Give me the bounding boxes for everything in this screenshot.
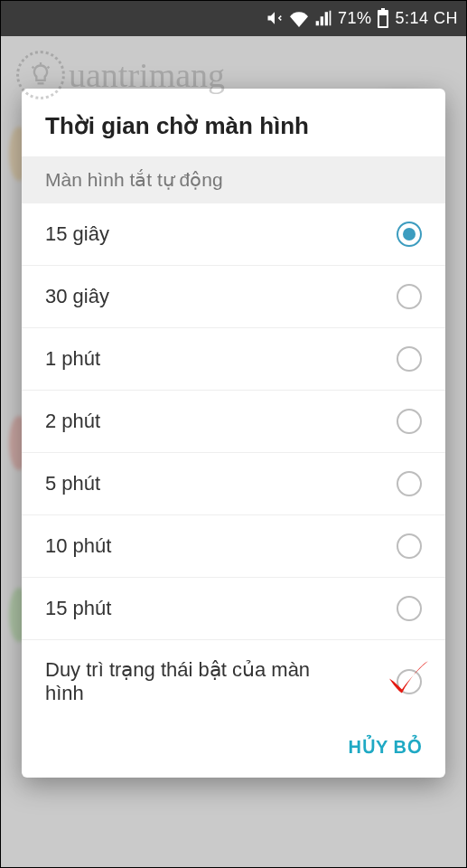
radio-icon [397, 222, 422, 247]
option-30s[interactable]: 30 giây [22, 266, 445, 328]
cancel-button[interactable]: HỦY BỎ [349, 736, 422, 758]
option-label: 5 phút [45, 472, 145, 495]
status-time: 5:14 CH [395, 9, 458, 28]
option-5m[interactable]: 5 phút [22, 453, 445, 515]
option-2m[interactable]: 2 phút [22, 391, 445, 453]
wifi-icon [289, 9, 309, 27]
dialog-title: Thời gian chờ màn hình [22, 89, 445, 156]
option-label: 30 giây [45, 285, 154, 308]
option-label: 15 giây [45, 222, 154, 246]
radio-icon [397, 471, 422, 496]
radio-icon [397, 533, 422, 559]
radio-icon [397, 284, 422, 309]
option-list: 15 giây 30 giây 1 phút 2 phút 5 phút 10 … [22, 203, 445, 723]
option-1m[interactable]: 1 phút [22, 328, 445, 391]
radio-icon [397, 409, 422, 434]
option-10m[interactable]: 10 phút [22, 515, 445, 578]
radio-icon [397, 346, 422, 372]
option-label: Duy trì trạng thái bật của màn hình [45, 658, 397, 705]
option-label: 15 phút [45, 597, 156, 620]
option-15m[interactable]: 15 phút [22, 578, 445, 640]
radio-icon [397, 596, 422, 621]
option-label: 2 phút [45, 410, 145, 433]
dialog-section-header: Màn hình tắt tự động [22, 156, 445, 203]
option-keep-on[interactable]: Duy trì trạng thái bật của màn hình [22, 640, 445, 723]
option-label: 1 phút [45, 347, 145, 371]
status-bar: 71% 5:14 CH [0, 0, 467, 36]
dialog-footer: HỦY BỎ [22, 723, 445, 778]
option-label: 10 phút [45, 534, 156, 558]
volume-mute-icon [266, 9, 284, 27]
battery-percent: 71% [338, 9, 372, 28]
battery-icon [377, 8, 389, 28]
option-15s[interactable]: 15 giây [22, 203, 445, 266]
screen-timeout-dialog: Thời gian chờ màn hình Màn hình tắt tự đ… [22, 89, 445, 778]
cell-signal-icon [314, 9, 332, 27]
radio-icon [397, 669, 422, 694]
